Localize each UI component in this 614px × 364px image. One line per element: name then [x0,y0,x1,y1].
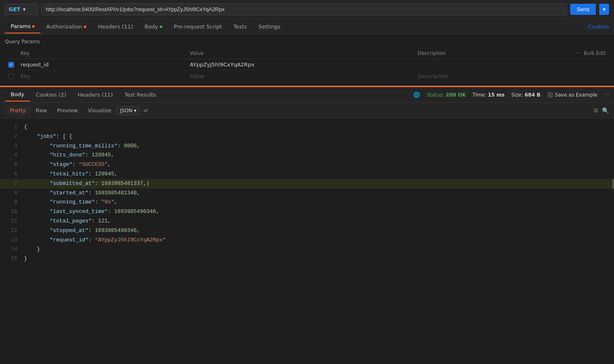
fmt-tab-pretty-label: Pretty [10,107,26,113]
json-format-selector[interactable]: JSON ▾ [116,106,140,115]
line-content-6: "total_hits": 120945, [24,170,609,179]
row1-key[interactable]: request_id [17,59,187,71]
url-input[interactable] [41,3,567,15]
fmt-tab-preview-label: Preview [57,107,78,113]
line-content-10: "last_synced_time": 1693985490346, [24,208,609,216]
query-params-section: Query Params Key Value Description ··· B… [0,35,614,82]
tab-pre-request[interactable]: Pre-request Script [168,20,228,33]
line-num-14: 14 [5,245,17,254]
fmt-tab-pretty[interactable]: Pretty [5,105,31,116]
body-format-tabs: Pretty Raw Preview Visualize JSON ▾ ⇌ ⧉ … [0,103,614,118]
line-num-5: 5 [5,161,17,169]
row2-checkbox-cell [5,71,17,82]
scrollbar-indicator [612,179,614,189]
resp-tab-headers[interactable]: Headers (11) [72,88,119,101]
line-num-2: 2 [5,132,17,141]
send-dropdown-button[interactable]: ▾ [599,4,609,15]
resp-tab-cookies[interactable]: Cookies (2) [30,88,72,101]
json-viewer[interactable]: 1 { 2 "jobs": [ { 3 "running_time_millis… [0,118,614,364]
table-row: request_id AYppZyJ5hl9CxYqA2Rpx [5,59,609,71]
tab-tests[interactable]: Tests [228,20,252,33]
line-num-13: 13 [5,236,17,245]
json-line-3: 3 "running_time_millis": 9006, [0,142,614,151]
line-num-3: 3 [5,142,17,151]
row2-value[interactable]: Value [187,71,414,82]
fmt-tab-raw[interactable]: Raw [31,105,52,116]
response-tabs: Body Cookies (2) Headers (11) Test Resul… [0,87,614,103]
row1-value[interactable]: AYppZyJ5hl9CxYqA2Rpx [187,59,414,71]
method-selector[interactable]: GET ▾ [5,4,38,15]
request-tabs-left: Params Authorization Headers (11) Body P… [5,20,286,33]
row1-actions [573,59,609,71]
tab-authorization[interactable]: Authorization [40,20,92,33]
status-badge: Status: 200 OK [427,92,466,98]
line-num-4: 4 [5,151,17,160]
copy-icon[interactable]: ⧉ [594,107,598,114]
authorization-dot [84,26,86,28]
size-badge: Size: 684 B [511,92,541,98]
tab-body[interactable]: Body [139,20,168,33]
json-line-4: 4 "hits_done": 120945, [0,151,614,160]
tab-params[interactable]: Params [5,20,40,33]
bulk-edit-link[interactable]: Bulk Edit [584,50,606,56]
table-row-empty: Key Value Description [5,71,609,82]
body-dot [160,26,162,28]
line-num-15: 15 [5,255,17,263]
line-content-12: "stopped_at": 1693985490346, [24,227,609,235]
json-line-5: 5 "stage": "SUCCESS", [0,160,614,170]
resp-tab-body-label: Body [11,91,24,97]
line-content-14: } [24,245,609,254]
tab-pre-request-label: Pre-request Script [174,24,222,30]
row2-desc-placeholder: Description [417,73,448,79]
tab-params-label: Params [11,23,31,29]
line-content-5: "stage": "SUCCESS", [24,161,609,169]
tab-settings[interactable]: Settings [253,20,286,33]
line-num-10: 10 [5,208,17,216]
body-format-tabs-right: ⧉ 🔍 [594,107,609,114]
resp-tab-body[interactable]: Body [5,88,30,102]
row2-checkbox-empty[interactable] [8,73,14,79]
params-dot [32,25,35,28]
resp-tab-cookies-label: Cookies (2) [36,92,66,98]
th-value: Value [187,48,414,59]
json-line-7: 7 "submitted_at": 1693985481337, [0,179,614,189]
filter-icon[interactable]: ⇌ [143,107,148,113]
resp-tab-headers-label: Headers (11) [78,92,113,98]
line-content-13: "request_id": "AYppZyJ5hl9CxYqA2Rpx" [24,236,609,245]
search-icon[interactable]: 🔍 [602,107,609,114]
more-options-icon[interactable]: ··· [576,50,581,56]
send-button[interactable]: Send [570,4,596,15]
row2-actions [573,71,609,82]
line-content-11: "total_pages": 121, [24,217,609,226]
line-num-11: 11 [5,217,17,226]
row2-description[interactable]: Description [414,71,572,82]
resp-tab-test-results[interactable]: Test Results [119,88,162,101]
line-num-12: 12 [5,227,17,235]
json-line-12: 12 "stopped_at": 1693985490346, [0,226,614,236]
json-format-label: JSON [120,108,133,113]
json-line-15: 15 } [0,254,614,264]
json-line-13: 13 "request_id": "AYppZyJ5hl9CxYqA2Rpx" [0,236,614,245]
tab-tests-label: Tests [233,24,247,30]
tab-headers[interactable]: Headers (11) [92,20,139,33]
save-icon: ⬛ [547,92,553,98]
row1-checkbox[interactable] [8,62,14,68]
fmt-tab-preview[interactable]: Preview [52,105,83,116]
line-content-1: { [24,123,609,132]
row1-description[interactable] [414,59,572,71]
tab-settings-label: Settings [258,24,280,30]
row2-key[interactable]: Key [17,71,187,82]
json-line-2: 2 "jobs": [ { [0,132,614,142]
fmt-tab-visualize[interactable]: Visualize [83,105,116,116]
response-section: Body Cookies (2) Headers (11) Test Resul… [0,86,614,364]
save-example-button[interactable]: ⬛ Save as Example [547,92,597,98]
save-example-label: Save as Example [555,92,597,98]
request-tabs: Params Authorization Headers (11) Body P… [0,19,614,35]
cookies-link[interactable]: Cookies [588,24,609,30]
more-options-resp-icon[interactable]: ··· [604,92,609,98]
line-content-8: "started_at": 1693985481340, [24,189,609,198]
line-content-4: "hits_done": 120945, [24,151,609,160]
top-bar: GET ▾ Send ▾ [0,0,614,19]
th-description: Description [414,48,572,59]
line-num-9: 9 [5,198,17,207]
